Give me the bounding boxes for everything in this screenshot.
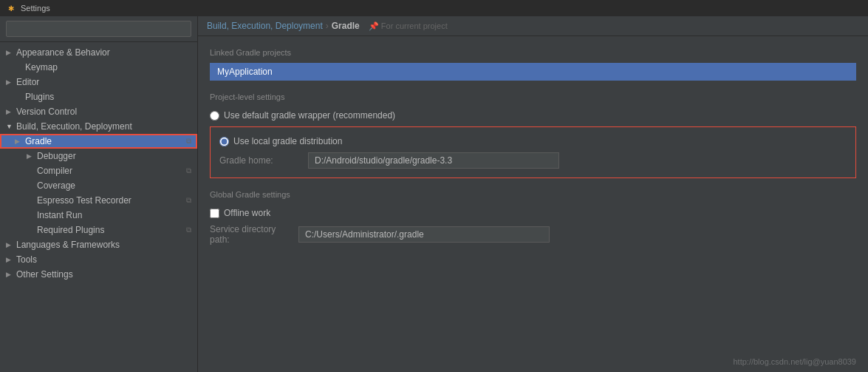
sidebar-item-debugger[interactable]: ▶ Debugger (0, 149, 197, 163)
project-settings-section: Project-level settings Use default gradl… (210, 92, 856, 178)
sidebar-item-version-control[interactable]: ▶ Version Control (0, 104, 197, 119)
arrow-icon: ▶ (6, 78, 16, 86)
service-dir-label: Service directory path: (210, 224, 291, 245)
arrow-icon: ▶ (15, 138, 25, 145)
sidebar-item-label: Espresso Test Recorder (37, 195, 183, 206)
copy-icon: ⧉ (186, 226, 191, 234)
sidebar-item-gradle[interactable]: ▶ Gradle ⧉ (0, 134, 197, 149)
sidebar-item-label: Plugins (25, 92, 191, 102)
offline-work-row: Offline work (210, 205, 856, 221)
content-area: Build, Execution, Deployment › Gradle 📌 … (198, 16, 868, 372)
sidebar-item-editor[interactable]: ▶ Editor (0, 75, 197, 89)
radio-default-wrapper-input[interactable] (210, 111, 219, 121)
radio-default-wrapper: Use default gradle wrapper (recommended) (210, 107, 856, 124)
project-item[interactable]: MyApplication (210, 63, 856, 81)
sidebar-item-label: Debugger (37, 151, 191, 161)
offline-work-label: Offline work (224, 208, 270, 218)
arrow-icon: ▶ (6, 241, 16, 248)
settings-icon: ✱ (6, 3, 16, 13)
breadcrumb-pin: 📌 For current project (369, 21, 448, 31)
breadcrumb-part-1[interactable]: Build, Execution, Deployment (207, 21, 323, 31)
sidebar-item-label: Instant Run (37, 210, 191, 220)
copy-icon: ⧉ (186, 196, 191, 205)
sidebar-item-plugins[interactable]: Plugins (0, 89, 197, 104)
search-box (0, 16, 197, 42)
sidebar-item-label: Editor (16, 77, 191, 87)
sidebar-item-tools[interactable]: ▶ Tools (0, 252, 197, 267)
sidebar-item-label: Tools (16, 254, 191, 265)
radio-local-dist-label: Use local gradle distribution (233, 136, 342, 146)
watermark: http://blog.csdn.net/lig@yuan8039 (733, 357, 856, 366)
sidebar-item-label: Required Plugins (37, 225, 183, 235)
breadcrumb: Build, Execution, Deployment › Gradle 📌 … (198, 16, 868, 36)
project-settings-label: Project-level settings (210, 92, 856, 101)
sidebar-item-instant-run[interactable]: Instant Run (0, 208, 197, 223)
service-dir-input[interactable] (298, 226, 550, 243)
arrow-icon: ▶ (6, 108, 16, 115)
sidebar-item-other-settings[interactable]: ▶ Other Settings (0, 267, 197, 282)
sidebar-item-compiler[interactable]: Compiler ⧉ (0, 163, 197, 178)
sidebar-item-label: Compiler (37, 166, 183, 176)
sidebar-item-label: Build, Execution, Deployment (16, 121, 191, 132)
sidebar-tree: ▶ Appearance & Behavior Keymap ▶ Editor … (0, 42, 197, 372)
sidebar-item-label: Appearance & Behavior (16, 47, 191, 58)
search-input[interactable] (6, 21, 191, 37)
arrow-icon: ▶ (6, 271, 16, 278)
sidebar-item-label: Gradle (25, 136, 183, 146)
linked-projects-label: Linked Gradle projects (210, 48, 856, 57)
sidebar-item-label: Version Control (16, 106, 191, 117)
linked-projects-section: Linked Gradle projects MyApplication (210, 48, 856, 81)
arrow-icon: ▼ (6, 123, 16, 130)
arrow-icon: ▶ (27, 152, 37, 160)
breadcrumb-part-2: Gradle (332, 21, 360, 31)
sidebar-item-build[interactable]: ▼ Build, Execution, Deployment (0, 119, 197, 134)
sidebar: ▶ Appearance & Behavior Keymap ▶ Editor … (0, 16, 198, 372)
copy-icon: ⧉ (186, 166, 191, 175)
radio-local-dist-input[interactable] (219, 137, 229, 146)
breadcrumb-separator: › (326, 21, 329, 31)
offline-work-checkbox[interactable] (210, 209, 219, 218)
global-settings-label: Global Gradle settings (210, 190, 856, 199)
copy-icon: ⧉ (186, 137, 191, 146)
gradle-home-row: Gradle home: (219, 149, 847, 172)
gradle-home-input[interactable] (308, 152, 559, 169)
local-distribution-section: Use local gradle distribution Gradle hom… (210, 126, 856, 178)
sidebar-item-label: Keymap (25, 62, 191, 72)
service-dir-row: Service directory path: (210, 221, 856, 248)
sidebar-item-espresso[interactable]: Espresso Test Recorder ⧉ (0, 193, 197, 208)
sidebar-item-label: Languages & Frameworks (16, 240, 191, 250)
sidebar-item-appearance[interactable]: ▶ Appearance & Behavior (0, 45, 197, 60)
sidebar-item-label: Other Settings (16, 269, 191, 280)
radio-default-wrapper-label: Use default gradle wrapper (recommended) (224, 110, 395, 121)
arrow-icon: ▶ (6, 49, 16, 56)
sidebar-item-keymap[interactable]: Keymap (0, 60, 197, 75)
gradle-home-label: Gradle home: (219, 155, 301, 166)
sidebar-item-languages[interactable]: ▶ Languages & Frameworks (0, 237, 197, 252)
sidebar-item-coverage[interactable]: Coverage (0, 178, 197, 193)
content-body: Linked Gradle projects MyApplication Pro… (198, 36, 868, 372)
title-bar-label: Settings (21, 4, 50, 13)
global-settings-section: Global Gradle settings Offline work Serv… (210, 190, 856, 248)
sidebar-item-label: Coverage (37, 180, 191, 191)
radio-local-dist: Use local gradle distribution (219, 133, 847, 149)
sidebar-item-required-plugins[interactable]: Required Plugins ⧉ (0, 223, 197, 237)
arrow-icon: ▶ (6, 256, 16, 263)
